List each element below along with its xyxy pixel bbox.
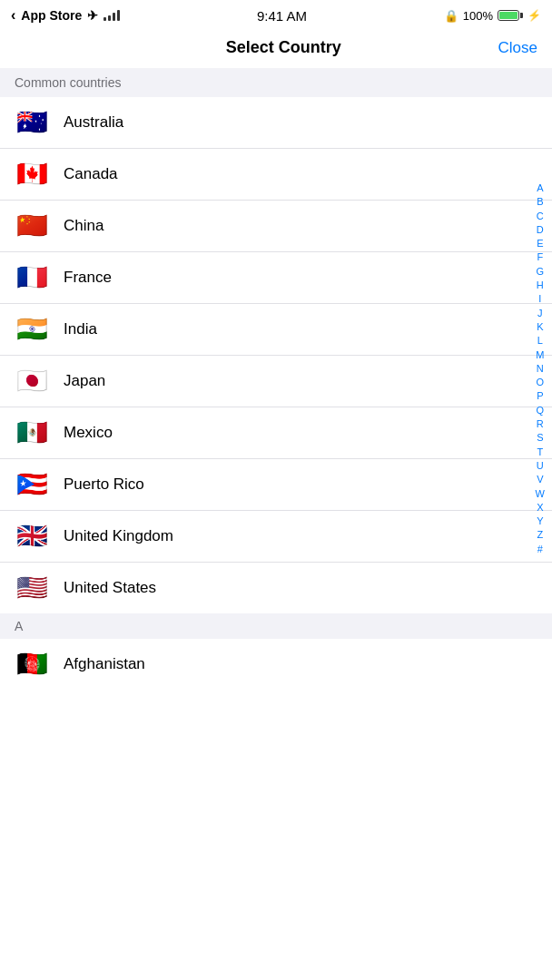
- alphabet-letter[interactable]: S: [533, 431, 547, 444]
- back-arrow-icon: ‹: [11, 7, 15, 24]
- alphabet-letter[interactable]: Q: [533, 404, 548, 416]
- signal-bars: [104, 10, 120, 21]
- close-button[interactable]: Close: [498, 39, 537, 57]
- country-name: Puerto Rico: [64, 475, 144, 494]
- alphabet-letter[interactable]: A: [533, 181, 547, 194]
- nav-bar: Select Country Close: [0, 31, 552, 68]
- list-item[interactable]: 🇦🇺 Australia: [0, 97, 552, 149]
- flag-icon: 🇯🇵: [15, 368, 49, 394]
- alphabet-letter[interactable]: O: [533, 376, 548, 388]
- flag-icon: 🇦🇫: [15, 652, 49, 677]
- alphabet-letter[interactable]: C: [533, 210, 547, 222]
- alphabet-letter[interactable]: #: [534, 543, 547, 555]
- page-title: Select Country: [226, 38, 341, 57]
- alphabet-letter[interactable]: R: [533, 417, 547, 430]
- alphabet-letter[interactable]: V: [533, 473, 547, 485]
- lock-icon: 🔒: [444, 9, 458, 23]
- alphabet-letter[interactable]: F: [533, 250, 547, 263]
- list-item[interactable]: 🇺🇸 United States: [0, 563, 552, 613]
- app-store-back-label[interactable]: App Store: [21, 8, 82, 23]
- alphabet-letter[interactable]: X: [533, 501, 547, 514]
- airplane-icon: ✈: [87, 8, 98, 23]
- alphabet-letter[interactable]: P: [533, 389, 547, 402]
- list-item[interactable]: 🇫🇷 France: [0, 252, 552, 304]
- country-name: India: [64, 320, 97, 338]
- country-name: Mexico: [64, 424, 113, 442]
- alphabet-letter[interactable]: W: [532, 487, 548, 500]
- alphabet-letter[interactable]: K: [533, 320, 547, 333]
- list-item[interactable]: 🇲🇽 Mexico: [0, 407, 552, 459]
- common-countries-header: Common countries: [0, 68, 552, 97]
- alphabet-letter[interactable]: L: [534, 334, 547, 347]
- alphabet-letter[interactable]: T: [533, 446, 547, 458]
- status-left: ‹ App Store ✈: [11, 7, 120, 24]
- alphabet-letter[interactable]: U: [533, 459, 547, 472]
- country-name: Australia: [64, 113, 123, 132]
- alphabet-letter[interactable]: M: [532, 348, 547, 361]
- status-time: 9:41 AM: [257, 8, 307, 24]
- list-item[interactable]: 🇮🇳 India: [0, 304, 552, 356]
- alphabet-letter[interactable]: N: [533, 362, 547, 375]
- alphabet-letter[interactable]: D: [533, 223, 547, 236]
- country-name: United Kingdom: [64, 527, 173, 545]
- status-right: 🔒 100% ⚡: [444, 9, 541, 23]
- flag-icon: 🇨🇳: [15, 213, 49, 239]
- list-item[interactable]: 🇨🇳 China: [0, 201, 552, 252]
- alphabet-letter[interactable]: I: [535, 292, 545, 305]
- flag-icon: 🇫🇷: [15, 265, 49, 290]
- alphabet-letter[interactable]: H: [533, 279, 547, 291]
- charging-icon: ⚡: [527, 9, 541, 22]
- list-item[interactable]: 🇦🇫 Afghanistan: [0, 639, 552, 690]
- flag-icon: 🇬🇧: [15, 524, 49, 549]
- alphabet-index[interactable]: ABCDEFGHIJKLMNOPQRSTUVWXYZ#: [532, 181, 548, 555]
- country-name: United States: [64, 579, 156, 597]
- flag-icon: 🇺🇸: [15, 575, 49, 601]
- alphabet-letter[interactable]: E: [533, 237, 547, 250]
- country-name: China: [64, 217, 104, 235]
- alphabet-letter[interactable]: B: [533, 195, 547, 208]
- alphabet-letter[interactable]: Z: [533, 528, 547, 541]
- flag-icon: 🇲🇽: [15, 420, 49, 446]
- country-name: Japan: [64, 372, 105, 390]
- battery-percent: 100%: [463, 9, 493, 23]
- flag-icon: 🇮🇳: [15, 317, 49, 342]
- country-name: Afghanistan: [64, 655, 145, 673]
- alphabet-letter[interactable]: Y: [533, 514, 547, 527]
- country-name: Canada: [64, 165, 118, 183]
- list-item[interactable]: 🇬🇧 United Kingdom: [0, 511, 552, 563]
- flag-icon: 🇨🇦: [15, 162, 49, 187]
- list-item[interactable]: 🇯🇵 Japan: [0, 356, 552, 407]
- flag-icon: 🇦🇺: [15, 110, 49, 135]
- list-item[interactable]: 🇨🇦 Canada: [0, 149, 552, 201]
- country-list: 🇦🇺 Australia 🇨🇦 Canada 🇨🇳 China 🇫🇷 Franc…: [0, 97, 552, 613]
- list-item[interactable]: 🇵🇷 Puerto Rico: [0, 459, 552, 511]
- section-a-header: A: [0, 613, 552, 639]
- flag-icon: 🇵🇷: [15, 472, 49, 497]
- battery-icon: [498, 10, 523, 21]
- alphabet-letter[interactable]: G: [533, 265, 548, 278]
- status-bar: ‹ App Store ✈ 9:41 AM 🔒 100% ⚡: [0, 0, 552, 31]
- country-name: France: [64, 269, 112, 287]
- alphabet-letter[interactable]: J: [534, 307, 547, 319]
